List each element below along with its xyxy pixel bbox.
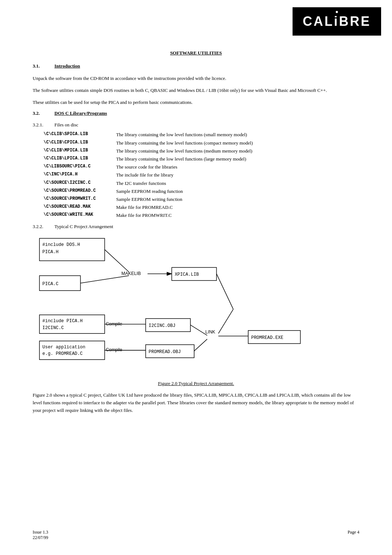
svg-line-29	[219, 309, 233, 334]
file-desc: The source code for the libraries	[116, 164, 177, 170]
svg-text:PROMREAD.OBJ: PROMREAD.OBJ	[149, 349, 181, 355]
file-name: \C\CLIB\SPICA.LIB	[44, 131, 116, 138]
file-row: \C\INC\PICA.HThe include file for the li…	[44, 172, 359, 178]
file-name: \C\INC\PICA.H	[44, 172, 116, 178]
subsection-31-num: 3.1.	[33, 63, 54, 69]
svg-text:PICA.H: PICA.H	[42, 250, 58, 255]
svg-text:User application: User application	[42, 345, 85, 350]
file-desc: Make file for PROMREAD.C	[116, 204, 173, 211]
svg-line-26	[191, 325, 207, 336]
subsection-31: 3.1. Introduction	[33, 63, 359, 69]
file-name: \C\CLIB\CPICA.LIB	[44, 140, 116, 146]
file-desc: The library containing the low level fun…	[116, 131, 247, 138]
footer: Issue 1.3 22/07/99 Page 4	[33, 530, 359, 540]
file-name: \C\SOURCE\PROMREAD.C	[44, 188, 116, 195]
file-name: \C\SOURCE\I2CINC.C	[44, 180, 116, 187]
svg-line-5	[105, 250, 129, 272]
file-row: \C\SOURCE\I2CINC.CThe I2C transfer funct…	[44, 180, 359, 187]
svg-text:Compile: Compile	[106, 321, 122, 327]
file-desc: The library containing the low level fun…	[116, 148, 252, 154]
svg-rect-11	[40, 315, 105, 333]
svg-text:e.g. PROMREAD.C: e.g. PROMREAD.C	[42, 351, 83, 356]
intro-para2: The Software utilities contain simple DO…	[33, 87, 359, 94]
calibre-logo: CALiBRE	[293, 7, 381, 36]
figure-para: Figure 2.0 shows a typical C project, Ca…	[33, 392, 359, 414]
subsection-321-label: Files on disc	[54, 122, 78, 128]
subsection-32-num: 3.2.	[33, 110, 54, 116]
file-desc: The library containing the low level fun…	[116, 140, 253, 146]
subsection-32-label: DOS C Library/Programs	[54, 110, 107, 116]
file-name: \C\SOURCE\PROMWRIT.C	[44, 196, 116, 203]
svg-text:I2CINC.OBJ: I2CINC.OBJ	[149, 323, 176, 328]
svg-text:LINK: LINK	[205, 330, 216, 335]
file-desc: The library containing the low level fun…	[116, 156, 246, 162]
main-content: SOFTWARE UTILITIES 3.1. Introduction Unp…	[0, 50, 392, 414]
svg-line-27	[194, 339, 207, 351]
svg-rect-14	[40, 341, 105, 360]
subsection-31-label: Introduction	[54, 63, 80, 69]
file-row: \C\LIBSOURC\PICA.CThe source code for th…	[44, 164, 359, 170]
subsection-322: 3.2.2. Typical C Project Arrangement	[33, 224, 359, 230]
file-name: \C\SOURCE\WRITE.MAK	[44, 212, 116, 219]
figure-caption: Figure 2.0 Typical Project Arrangement.	[33, 381, 359, 386]
subsection-321: 3.2.1. Files on disc \C\CLIB\SPICA.LIBTh…	[33, 122, 359, 219]
project-arrangement-diagram: #include DOS.H PICA.H PICA.C MAKELIB XPI…	[33, 235, 359, 373]
header: CALiBRE	[0, 0, 392, 36]
subsection-32: 3.2. DOS C Library/Programs	[33, 110, 359, 116]
svg-text:#include DOS.H: #include DOS.H	[42, 242, 80, 247]
file-row: \C\SOURCE\PROMREAD.CSample EEPROM readin…	[44, 188, 359, 195]
subsection-322-label: Typical C Project Arrangement	[54, 224, 113, 230]
footer-issue: Issue 1.3	[33, 530, 48, 535]
file-desc: The I2C transfer functions	[116, 180, 166, 187]
intro-para1: Unpack the software from the CD-ROM in a…	[33, 75, 359, 82]
file-row: \C\CLIB\CPICA.LIBThe library containing …	[44, 140, 359, 146]
file-desc: Sample EEPROM writing function	[116, 196, 182, 203]
svg-text:PICA.C: PICA.C	[42, 281, 58, 287]
file-desc: The include file for the library	[116, 172, 173, 178]
file-row: \C\SOURCE\READ.MAKMake file for PROMREAD…	[44, 204, 359, 211]
file-row: \C\SOURCE\PROMWRIT.CSample EEPROM writin…	[44, 196, 359, 203]
files-list: \C\CLIB\SPICA.LIBThe library containing …	[44, 131, 359, 219]
subsection-322-num: 3.2.2.	[33, 224, 54, 230]
svg-line-28	[216, 274, 233, 309]
page: CALiBRE SOFTWARE UTILITIES 3.1. Introduc…	[0, 0, 392, 555]
file-row: \C\CLIB\MPICA.LIBThe library containing …	[44, 148, 359, 154]
section-title: SOFTWARE UTILITIES	[33, 50, 359, 56]
footer-date: 22/07/99	[33, 535, 48, 540]
file-name: \C\LIBSOURC\PICA.C	[44, 164, 116, 170]
diagram-container: #include DOS.H PICA.H PICA.C MAKELIB XPI…	[33, 235, 359, 374]
file-row: \C\CLIB\SPICA.LIBThe library containing …	[44, 131, 359, 138]
svg-line-6	[81, 276, 129, 283]
file-desc: Make file for PROMWRIT.C	[116, 212, 172, 219]
subsection-321-num: 3.2.1.	[33, 122, 54, 128]
file-name: \C\SOURCE\READ.MAK	[44, 204, 116, 211]
file-name: \C\CLIB\MPICA.LIB	[44, 148, 116, 154]
svg-text:I2CINC.C: I2CINC.C	[42, 325, 64, 331]
intro-para3: These utilities can be used for setup th…	[33, 99, 359, 106]
footer-page: Page 4	[348, 530, 359, 540]
svg-text:#include PICA.H: #include PICA.H	[42, 319, 83, 324]
svg-text:MAKELIB: MAKELIB	[122, 271, 141, 276]
footer-left: Issue 1.3 22/07/99	[33, 530, 48, 540]
file-name: \C\CLIB\LPICA.LIB	[44, 156, 116, 162]
file-row: \C\SOURCE\WRITE.MAKMake file for PROMWRI…	[44, 212, 359, 219]
file-row: \C\CLIB\LPICA.LIBThe library containing …	[44, 156, 359, 162]
svg-text:Compile: Compile	[106, 348, 122, 353]
svg-text:PROMREAD.EXE: PROMREAD.EXE	[251, 335, 283, 340]
svg-text:XPICA.LIB: XPICA.LIB	[175, 272, 199, 277]
file-desc: Sample EEPROM reading function	[116, 188, 183, 195]
